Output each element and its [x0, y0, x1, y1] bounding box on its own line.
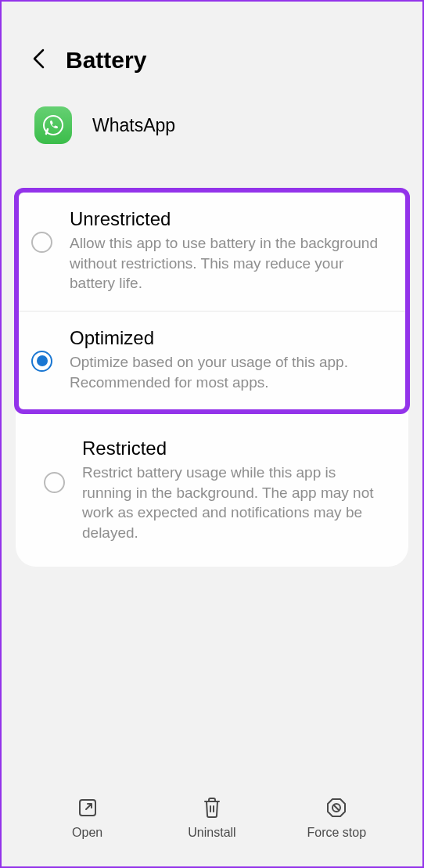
header: Battery — [2, 2, 422, 97]
force-stop-button[interactable]: Force stop — [293, 796, 379, 840]
radio-restricted[interactable] — [44, 472, 65, 493]
option-text: Restricted Restrict battery usage while … — [82, 438, 385, 543]
page-title: Battery — [66, 47, 146, 74]
option-restricted[interactable]: Restricted Restrict battery usage while … — [16, 414, 408, 567]
option-desc: Restrict battery usage while this app is… — [82, 463, 385, 543]
bottom-label: Uninstall — [188, 826, 235, 840]
option-unrestricted[interactable]: Unrestricted Allow this app to use batte… — [19, 193, 405, 312]
option-text: Unrestricted Allow this app to use batte… — [70, 208, 391, 294]
app-row: WhatsApp — [2, 97, 422, 167]
open-button[interactable]: Open — [45, 796, 131, 840]
app-name: WhatsApp — [92, 115, 175, 136]
open-icon — [77, 796, 98, 819]
bottom-label: Open — [72, 826, 102, 840]
option-text: Optimized Optimize based on your usage o… — [70, 327, 391, 392]
uninstall-button[interactable]: Uninstall — [169, 796, 255, 840]
stop-icon — [325, 796, 347, 819]
options-card: Unrestricted Allow this app to use batte… — [16, 188, 408, 567]
option-title: Optimized — [70, 327, 391, 349]
option-desc: Allow this app to use battery in the bac… — [70, 233, 391, 294]
option-title: Unrestricted — [70, 208, 391, 230]
back-icon[interactable] — [31, 48, 45, 73]
option-title: Restricted — [82, 438, 385, 459]
trash-icon — [203, 796, 221, 819]
radio-optimized[interactable] — [31, 351, 52, 372]
radio-unrestricted[interactable] — [31, 232, 52, 253]
option-desc: Optimize based on your usage of this app… — [70, 352, 391, 392]
highlight-box: Unrestricted Allow this app to use batte… — [14, 188, 410, 414]
bottom-label: Force stop — [307, 826, 367, 840]
whatsapp-icon — [34, 106, 72, 144]
option-optimized[interactable]: Optimized Optimize based on your usage o… — [19, 312, 405, 409]
bottom-bar: Open Uninstall Force stop — [2, 785, 422, 851]
